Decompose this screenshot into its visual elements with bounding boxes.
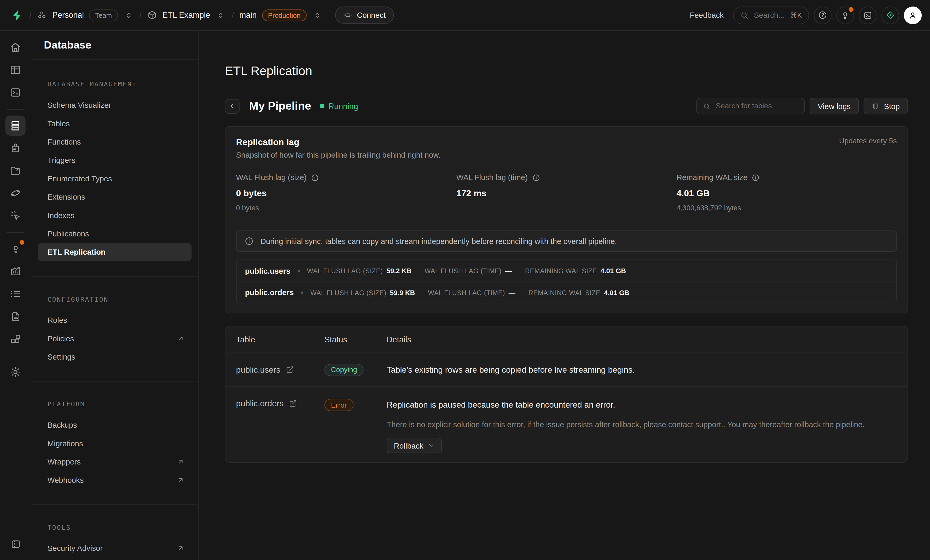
sidebar-item-edge-functions[interactable] [5, 183, 25, 203]
status-badge: Copying [325, 364, 363, 376]
main-content: ETL Replication My Pipeline Running View… [199, 31, 930, 560]
sidebar-item-storage[interactable] [5, 161, 25, 181]
info-icon[interactable] [751, 173, 760, 182]
sidebar-toggle-button[interactable] [5, 534, 25, 554]
section-label: PLATFORM [38, 400, 191, 408]
sidebar-item-policies[interactable]: Policies [38, 329, 191, 348]
sidebar-item-publications[interactable]: Publications [38, 224, 191, 243]
help-button[interactable] [814, 6, 831, 24]
app-window: / Personal Team / ETL Example / main Pro… [0, 0, 930, 560]
metric-value: 0 bytes [236, 188, 456, 198]
metric-wal-flush-lag-size: WAL Flush lag (size) 0 bytes 0 bytes [236, 173, 456, 212]
sidebar-item-extensions[interactable]: Extensions [38, 188, 191, 206]
auth-icon [9, 142, 21, 154]
table-name: public.orders [245, 288, 294, 297]
table-name: public.users [236, 365, 280, 374]
section-label: TOOLS [38, 524, 191, 532]
breadcrumb-project[interactable]: ETL Example [163, 11, 210, 20]
sidebar-item-schema-visualizer[interactable]: Schema Visualizer [38, 96, 191, 114]
api-docs-icon [10, 311, 21, 322]
section-platform: PLATFORM Backups Migrations Wrappers Web… [31, 382, 198, 489]
assistant-button[interactable] [881, 6, 899, 24]
pipeline-status: Running [319, 101, 358, 110]
connect-button[interactable]: Connect [335, 6, 394, 24]
sidebar-item-realtime[interactable] [5, 206, 25, 226]
arrow-up-right-icon [177, 335, 185, 343]
info-icon [244, 236, 254, 246]
breadcrumb-branch[interactable]: main [239, 11, 257, 20]
sidebar-item-settings[interactable] [5, 362, 25, 382]
info-icon[interactable] [311, 173, 319, 182]
breadcrumb-separator: / [231, 10, 234, 20]
sidebar-item-backups[interactable]: Backups [38, 416, 191, 434]
branch-switcher-chevrons-icon[interactable] [313, 11, 321, 19]
external-link-icon[interactable] [286, 365, 294, 374]
column-header-status: Status [325, 335, 386, 344]
page-title: ETL Replication [225, 64, 908, 78]
table-search[interactable] [696, 98, 805, 115]
section-label: CONFIGURATION [38, 296, 191, 304]
sidebar-item-wrappers[interactable]: Wrappers [38, 453, 191, 471]
dot-separator [297, 270, 300, 272]
table-header-row: Table Status Details [225, 327, 907, 353]
sidebar-item-sql-editor[interactable] [5, 83, 25, 103]
sidebar-item-logs[interactable] [5, 284, 25, 304]
terminal-button[interactable] [859, 6, 877, 24]
sidebar-item-reports[interactable] [5, 261, 25, 281]
metric-remaining-wal-size: Remaining WAL size 4.01 GB 4,300,638,792… [677, 173, 897, 212]
external-link-icon[interactable] [289, 399, 297, 408]
sidebar-item-migrations[interactable]: Migrations [38, 434, 191, 453]
table-search-input[interactable] [714, 101, 798, 110]
feedback-link[interactable]: Feedback [690, 11, 724, 20]
project-switcher-chevrons-icon[interactable] [217, 11, 225, 19]
back-button[interactable] [225, 99, 240, 114]
sidebar-item-table-editor[interactable] [5, 60, 25, 80]
section-configuration: CONFIGURATION Roles Policies Settings [31, 277, 198, 366]
sidebar-item-settings-config[interactable]: Settings [38, 348, 191, 366]
section-tools: TOOLS Security Advisor [31, 505, 198, 557]
topbar-actions: Feedback ⌘K [690, 6, 922, 24]
global-search-input[interactable] [753, 10, 786, 20]
sidebar-item-api-docs[interactable] [5, 306, 25, 327]
sidebar-item-functions[interactable]: Functions [38, 133, 191, 151]
reports-icon [9, 265, 21, 277]
sidebar-item-home[interactable] [5, 37, 25, 57]
lag-card-subtitle: Snapshot of how far this pipeline is tra… [236, 150, 897, 160]
sidebar-item-security-advisor[interactable]: Security Advisor [38, 539, 191, 557]
sidebar-item-database[interactable] [5, 116, 25, 136]
rollback-button[interactable]: Rollback [386, 438, 442, 453]
view-logs-button[interactable]: View logs [810, 98, 859, 115]
breadcrumb-separator: / [29, 10, 31, 20]
global-search[interactable]: ⌘K [733, 6, 809, 24]
sidebar-item-enumerated-types[interactable]: Enumerated Types [38, 169, 191, 188]
sidebar-item-triggers[interactable]: Triggers [38, 151, 191, 169]
org-switcher-chevrons-icon[interactable] [124, 11, 133, 19]
sidebar-item-etl-replication[interactable]: ETL Replication [38, 243, 191, 261]
settings-gear-icon [9, 366, 21, 378]
tables-status-card: Table Status Details public.users Copyin… [225, 326, 908, 463]
supabase-logo[interactable] [11, 9, 24, 21]
column-header-details: Details [386, 335, 907, 344]
info-icon[interactable] [532, 173, 540, 182]
panel-title: Database [31, 31, 198, 60]
metric-value: 4.01 GB [677, 188, 897, 198]
user-avatar[interactable] [904, 6, 922, 24]
stop-button[interactable]: Stop [864, 98, 908, 115]
section-label: DATABASE MANAGEMENT [38, 81, 191, 89]
search-shortcut: ⌘K [790, 11, 802, 19]
table-editor-icon [9, 64, 21, 76]
metric-sub-value: 0 bytes [236, 204, 456, 212]
sidebar-item-indexes[interactable]: Indexes [38, 206, 191, 224]
sidebar-item-roles[interactable]: Roles [38, 311, 191, 329]
sidebar-item-webhooks[interactable]: Webhooks [38, 471, 191, 489]
sidebar-item-tables[interactable]: Tables [38, 114, 191, 133]
breadcrumb-org[interactable]: Personal [52, 11, 84, 20]
replication-lag-card: Replication lag Updates every 5s Snapsho… [225, 126, 908, 313]
sidebar-item-integrations[interactable] [5, 329, 25, 349]
search-icon [703, 102, 711, 110]
sidebar-item-advisors[interactable] [5, 239, 25, 259]
sidebar-item-auth[interactable] [5, 138, 25, 158]
row-details-hint: There is no explicit solution for this e… [386, 419, 897, 430]
home-icon [9, 41, 21, 53]
notifications-button[interactable] [836, 6, 854, 24]
